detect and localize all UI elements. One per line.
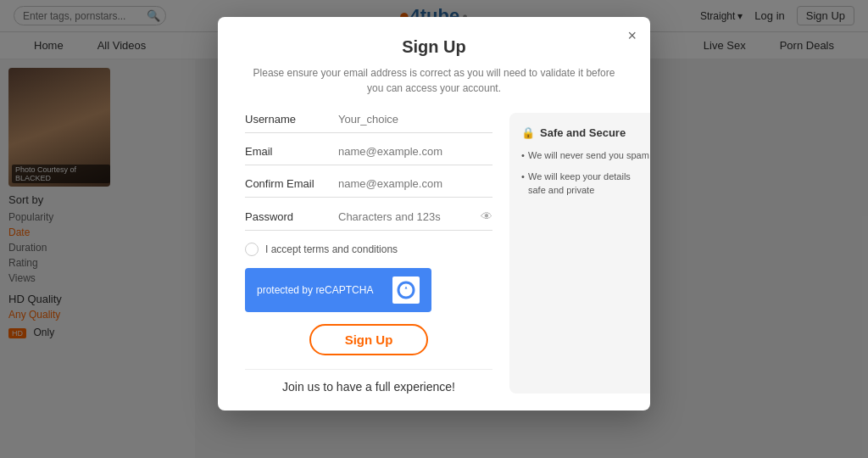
modal-overlay: × Sign Up Please ensure your email addre… xyxy=(0,0,868,458)
password-row: Password 👁 xyxy=(245,209,492,231)
eye-icon[interactable]: 👁 xyxy=(481,209,492,223)
secure-item-2: We will keep your details safe and priva… xyxy=(521,170,650,197)
modal-body: Username Email Confirm Email Password xyxy=(245,113,623,394)
terms-label: I accept terms and conditions xyxy=(265,243,398,255)
email-label: Email xyxy=(245,145,338,158)
lock-icon: 🔒 xyxy=(521,126,535,139)
divider xyxy=(245,369,492,370)
signup-modal: × Sign Up Please ensure your email addre… xyxy=(218,17,650,411)
modal-subtitle: Please ensure your email address is corr… xyxy=(245,65,623,96)
signup-submit-button[interactable]: Sign Up xyxy=(309,324,429,355)
recaptcha-box[interactable]: protected by reCAPTCHA xyxy=(245,268,431,312)
confirm-email-input[interactable] xyxy=(338,177,492,190)
email-input[interactable] xyxy=(338,145,492,158)
email-row: Email xyxy=(245,145,492,165)
terms-checkbox[interactable] xyxy=(245,243,259,256)
join-text: Join us to have a full experience! xyxy=(245,380,492,394)
secure-box: 🔒 Safe and Secure We will never send you… xyxy=(509,113,650,394)
terms-row: I accept terms and conditions xyxy=(245,243,492,256)
username-input[interactable] xyxy=(338,113,492,126)
secure-title: 🔒 Safe and Secure xyxy=(521,126,650,139)
confirm-email-label: Confirm Email xyxy=(245,177,338,190)
recaptcha-icon xyxy=(392,276,420,304)
secure-item-1: We will never send you spam xyxy=(521,149,650,162)
username-label: Username xyxy=(245,113,338,126)
password-input[interactable] xyxy=(338,210,481,223)
recaptcha-text: protected by reCAPTCHA xyxy=(257,284,373,296)
confirm-email-row: Confirm Email xyxy=(245,177,492,198)
modal-title: Sign Up xyxy=(245,37,623,57)
form-section: Username Email Confirm Email Password xyxy=(245,113,492,394)
username-row: Username xyxy=(245,113,492,133)
close-button[interactable]: × xyxy=(627,27,637,45)
password-label: Password xyxy=(245,210,338,223)
